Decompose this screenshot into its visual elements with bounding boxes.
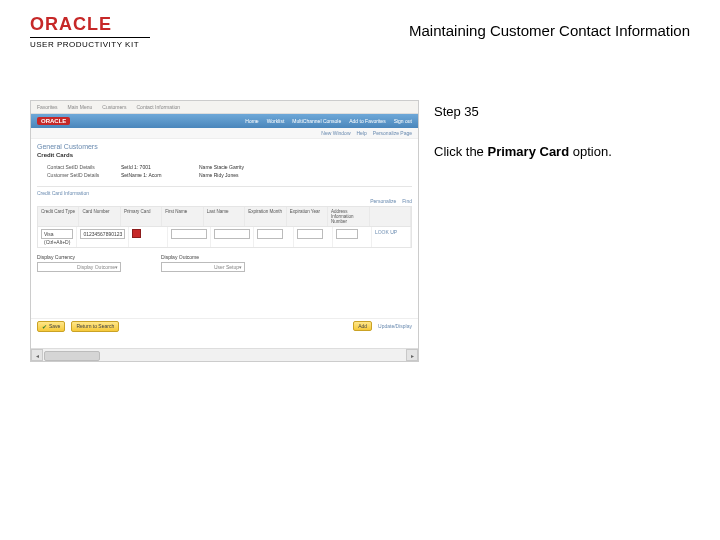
card-number-input[interactable]: 01234567890123 <box>80 229 125 239</box>
save-button[interactable]: ✔Save <box>37 321 65 332</box>
nav-mcc[interactable]: MultiChannel Console <box>292 118 341 124</box>
addr-num-input[interactable] <box>336 229 358 239</box>
logo-divider <box>30 37 150 38</box>
dd-label: Display Currency <box>37 254 121 260</box>
dd-select[interactable]: User Setup ▾ <box>161 262 245 272</box>
detail-row: Customer SetID Details SetName 1: Acorn … <box>47 172 412 178</box>
oracle-logo: ORACLE <box>30 14 150 35</box>
col-header: Expiration Year <box>287 207 328 226</box>
detail-row: Contact SetID Details SetId 1: 7001 Name… <box>47 164 412 170</box>
nav-fav[interactable]: Add to Favorites <box>349 118 385 124</box>
step-heading: Step 35 <box>434 104 690 119</box>
primary-card-option[interactable] <box>132 229 141 238</box>
breadcrumb: Favorites Main Menu Customers Contact In… <box>31 101 418 114</box>
row-label: Contact SetID Details <box>47 164 107 170</box>
col-header <box>370 207 411 226</box>
section-title: General Customers <box>37 143 412 150</box>
link-new-window[interactable]: New Window <box>321 130 350 136</box>
horizontal-scrollbar[interactable]: ◂ ▸ <box>31 348 418 361</box>
last-name-input[interactable] <box>214 229 250 239</box>
dd-select[interactable]: Display Outcome ▾ <box>37 262 121 272</box>
page-title: Maintaining Customer Contact Information <box>409 22 690 39</box>
step-text-bold: Primary Card <box>487 144 569 159</box>
return-button[interactable]: Return to Search <box>71 321 119 332</box>
screenshot-footer: ✔Save Return to Search Add Update/Displa… <box>31 318 418 333</box>
top-bar: ORACLE Home Worklist MultiChannel Consol… <box>31 114 418 128</box>
add-button[interactable]: Add <box>353 321 372 331</box>
scroll-left-button[interactable]: ◂ <box>31 349 43 361</box>
scroll-thumb[interactable] <box>44 351 100 361</box>
row-label: Customer SetID Details <box>47 172 107 178</box>
card-section-label: Credit Card Information <box>37 186 412 196</box>
sub-bar: New Window Help Personalize Page <box>31 128 418 139</box>
exp-month-input[interactable] <box>257 229 283 239</box>
grid-header: Credit Card Type Card Number Primary Car… <box>38 207 411 227</box>
crumb[interactable]: Customers <box>102 104 126 110</box>
oracle-badge: ORACLE <box>37 117 70 125</box>
check-icon: ✔ <box>42 323 47 330</box>
nav-worklist[interactable]: Worklist <box>267 118 285 124</box>
crumb[interactable]: Contact Information <box>136 104 180 110</box>
dd-label: Display Outcome <box>161 254 245 260</box>
row-value: Name Stacie Garrity <box>199 164 263 170</box>
exp-year-input[interactable] <box>297 229 323 239</box>
app-screenshot: Favorites Main Menu Customers Contact In… <box>30 100 419 362</box>
link-personalize-grid[interactable]: Personalize <box>370 198 396 204</box>
col-header: Last Name <box>204 207 245 226</box>
row-value: Name Ridy Jones <box>199 172 263 178</box>
nav-signout[interactable]: Sign out <box>394 118 412 124</box>
first-name-input[interactable] <box>171 229 207 239</box>
row-value: SetName 1: Acorn <box>121 172 185 178</box>
nav-home[interactable]: Home <box>245 118 258 124</box>
update-display-link[interactable]: Update/Display <box>378 323 412 329</box>
lookup-link[interactable]: LOOK UP <box>372 227 411 247</box>
scroll-track[interactable] <box>43 350 406 360</box>
step-text-pre: Click the <box>434 144 487 159</box>
link-personalize[interactable]: Personalize Page <box>373 130 412 136</box>
scroll-right-button[interactable]: ▸ <box>406 349 418 361</box>
table-row: Visa (Ctrl+Alt+D) 01234567890123 LOOK UP <box>38 227 411 247</box>
step-text-post: option. <box>569 144 612 159</box>
link-help[interactable]: Help <box>357 130 367 136</box>
subsection-title: Credit Cards <box>37 152 412 158</box>
col-header: Primary Card <box>121 207 162 226</box>
step-body: Click the Primary Card option. <box>434 143 690 161</box>
col-header: First Name <box>162 207 203 226</box>
upk-label: USER PRODUCTIVITY KIT <box>30 40 150 49</box>
instruction-panel: Step 35 Click the Primary Card option. <box>434 100 690 161</box>
col-header: Card Number <box>79 207 120 226</box>
col-header: Credit Card Type <box>38 207 79 226</box>
col-header: Expiration Month <box>245 207 286 226</box>
crumb[interactable]: Main Menu <box>68 104 93 110</box>
oracle-logo-block: ORACLE USER PRODUCTIVITY KIT <box>30 14 150 49</box>
row-value: SetId 1: 7001 <box>121 164 185 170</box>
col-header: Address Information Number <box>328 207 369 226</box>
card-grid: Credit Card Type Card Number Primary Car… <box>37 206 412 248</box>
crumb[interactable]: Favorites <box>37 104 58 110</box>
card-type-input[interactable]: Visa (Ctrl+Alt+D) <box>41 229 73 239</box>
link-find[interactable]: Find <box>402 198 412 204</box>
